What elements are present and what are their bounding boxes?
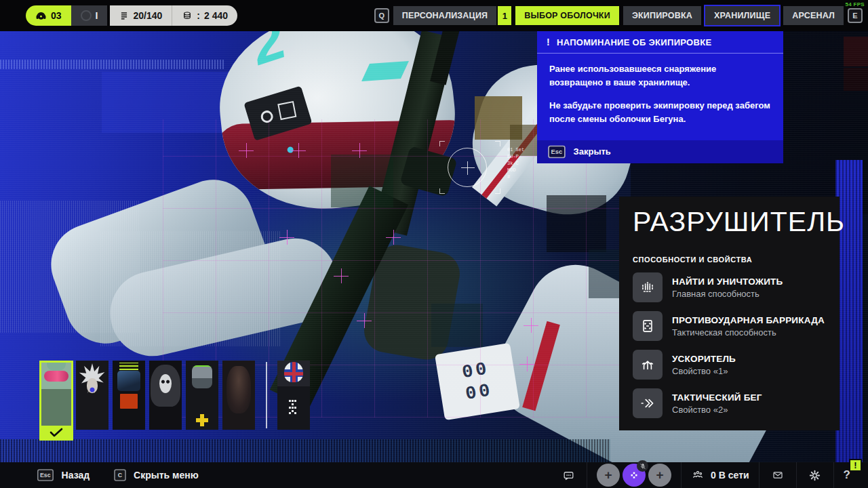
mail-icon bbox=[772, 469, 784, 481]
divider bbox=[681, 462, 682, 488]
back-button[interactable]: Esc Назад bbox=[35, 468, 90, 483]
skin-thumbnail[interactable] bbox=[149, 361, 182, 430]
skin-thumbnail[interactable] bbox=[186, 361, 218, 430]
ability-text: ТАКТИЧЕСКИЙ БЕГ Свойство «2» bbox=[672, 392, 762, 415]
ability-name: УСКОРИТЕЛЬ bbox=[672, 354, 736, 364]
hide-menu-keycap: C bbox=[114, 469, 126, 481]
skin-thumbnail-selected[interactable] bbox=[39, 361, 73, 441]
party-avatar[interactable] bbox=[623, 464, 646, 487]
slot-value: I bbox=[96, 10, 98, 21]
main-nav-tabs: Q ПЕРСОНАЛИЗАЦИЯ 1 ВЫБОР ОБОЛОЧКИ ЭКИПИР… bbox=[374, 6, 863, 25]
mic-muted-badge bbox=[637, 460, 648, 472]
ability-row-find-and-destroy[interactable]: НАЙТИ И УНИЧТОЖИТЬ Главная способность bbox=[633, 272, 826, 302]
tab-personalization[interactable]: ПЕРСОНАЛИЗАЦИЯ bbox=[393, 6, 497, 25]
coin-value: 2 440 bbox=[204, 10, 228, 21]
registration-mark bbox=[279, 230, 294, 245]
popup-body: Ранее использовавшееся снаряжение возвра… bbox=[537, 54, 783, 140]
skin-thumbnail[interactable] bbox=[76, 361, 108, 430]
helmet-number: 2 bbox=[243, 31, 293, 78]
mic-off-icon bbox=[639, 463, 646, 470]
viewfinder-bracket bbox=[439, 141, 445, 146]
viewfinder-readout: 01 Set EU-P 3k-C MOD # bbox=[507, 146, 524, 180]
chat-button[interactable] bbox=[559, 466, 577, 484]
registration-mark bbox=[334, 268, 349, 283]
skin-info-panel: РАЗРУШИТЕЛЬ СПОСОБНОСТИ И СВОЙСТВА НАЙТИ… bbox=[619, 197, 840, 430]
thumbnail-separator bbox=[266, 362, 267, 428]
currency-balance[interactable]: : 2 440 bbox=[172, 5, 237, 26]
contestant-level[interactable]: 03 bbox=[26, 5, 71, 26]
wallet-group: 03 I 20/140 : 2 440 bbox=[26, 5, 237, 26]
registration-mark bbox=[239, 143, 254, 158]
glitch-block bbox=[547, 195, 606, 252]
party-slot-add-2[interactable]: + bbox=[648, 464, 671, 487]
patch-digits-bottom: 00 bbox=[464, 380, 494, 405]
ability-row-accelerator[interactable]: УСКОРИТЕЛЬ Свойство «1» bbox=[633, 350, 826, 380]
back-keycap: Esc bbox=[37, 469, 54, 481]
levels-icon bbox=[119, 11, 129, 20]
coins-icon bbox=[182, 10, 193, 21]
coin-separator: : bbox=[197, 10, 200, 21]
skin-thumbnail[interactable] bbox=[113, 361, 145, 430]
glitch-block bbox=[431, 304, 483, 347]
barricade-icon bbox=[633, 311, 663, 341]
ability-name: ПРОТИВОУДАРНАЯ БАРРИКАДА bbox=[672, 315, 825, 325]
tab-storage[interactable]: ХРАНИЛИЩЕ bbox=[705, 6, 779, 25]
help-button[interactable]: ? ! bbox=[844, 468, 850, 482]
bottom-left-actions: Esc Назад C Скрыть меню bbox=[0, 468, 199, 483]
popup-title: НАПОМИНАНИЕ ОБ ЭКИПИРОВКЕ bbox=[557, 37, 711, 47]
hide-menu-button[interactable]: C Скрыть меню bbox=[113, 468, 199, 483]
back-label: Назад bbox=[62, 470, 90, 481]
friends-online-button[interactable]: 0 В сети bbox=[691, 469, 749, 481]
level-value: 03 bbox=[51, 10, 62, 21]
notification-alert-badge: ! bbox=[849, 459, 862, 472]
divider bbox=[833, 462, 834, 488]
next-tab-keycap[interactable]: E bbox=[848, 8, 863, 23]
tab-skin-selection[interactable]: ВЫБОР ОБОЛОЧКИ bbox=[515, 6, 619, 25]
top-bar: 03 I 20/140 : 2 440 Q ПЕ bbox=[0, 0, 868, 31]
ability-name: НАЙТИ И УНИЧТОЖИТЬ bbox=[672, 277, 783, 287]
gear-icon bbox=[808, 469, 821, 482]
patch-digits-top: 00 bbox=[460, 359, 491, 383]
tab-personalization-group: ПЕРСОНАЛИЗАЦИЯ 1 bbox=[393, 6, 512, 25]
glitch-block bbox=[331, 155, 393, 207]
ring-icon bbox=[81, 10, 92, 21]
battle-pass-progress[interactable]: 20/140 bbox=[110, 5, 172, 26]
find-and-destroy-icon bbox=[633, 272, 663, 302]
registration-mark bbox=[357, 313, 372, 328]
party-slot-add-1[interactable]: + bbox=[597, 464, 620, 487]
close-keycap[interactable]: Esc bbox=[548, 145, 565, 158]
divider bbox=[796, 462, 797, 488]
registration-mark bbox=[291, 143, 306, 158]
tab-loadout[interactable]: ЭКИПИРОВКА bbox=[623, 6, 701, 25]
ability-text: УСКОРИТЕЛЬ Свойство «1» bbox=[672, 354, 736, 376]
settings-button[interactable] bbox=[806, 466, 824, 484]
skin-thumbnail-dimmed[interactable] bbox=[222, 361, 255, 430]
viewfinder-bracket bbox=[439, 188, 445, 194]
hide-menu-label: Скрыть меню bbox=[134, 470, 199, 481]
prev-tab-keycap[interactable]: Q bbox=[374, 8, 389, 23]
online-count: 0 В сети bbox=[711, 470, 749, 481]
tactical-sprint-icon bbox=[633, 388, 663, 418]
mail-button[interactable] bbox=[769, 466, 787, 484]
divider bbox=[759, 462, 760, 488]
ability-type: Свойство «1» bbox=[672, 366, 736, 376]
skin-portrait bbox=[41, 363, 71, 426]
thumbnail-glyph bbox=[292, 400, 294, 402]
exclamation-icon: ! bbox=[547, 37, 550, 47]
ability-row-barricade[interactable]: ПРОТИВОУДАРНАЯ БАРРИКАДА Тактическая спо… bbox=[633, 311, 826, 341]
popup-footer: Esc Закрыть bbox=[537, 140, 783, 163]
close-button[interactable]: Закрыть bbox=[574, 146, 611, 157]
viewfinder-bracket bbox=[495, 141, 500, 146]
registration-mark bbox=[524, 318, 538, 333]
skin-thumbnail[interactable] bbox=[277, 361, 310, 430]
registration-mark bbox=[352, 143, 367, 158]
ability-row-tactical-sprint[interactable]: ТАКТИЧЕСКИЙ БЕГ Свойство «2» bbox=[633, 388, 826, 418]
accelerator-icon bbox=[633, 350, 663, 380]
pass-progress-value: 20/140 bbox=[133, 10, 162, 21]
camera-square bbox=[278, 101, 297, 120]
ability-type: Главная способность bbox=[672, 289, 783, 299]
slot-indicator[interactable]: I bbox=[71, 5, 108, 26]
skin-title: РАЗРУШИТЕЛЬ bbox=[633, 206, 826, 238]
scanline-band-bottom bbox=[0, 439, 610, 462]
tab-arsenal[interactable]: АРСЕНАЛ bbox=[783, 6, 844, 25]
